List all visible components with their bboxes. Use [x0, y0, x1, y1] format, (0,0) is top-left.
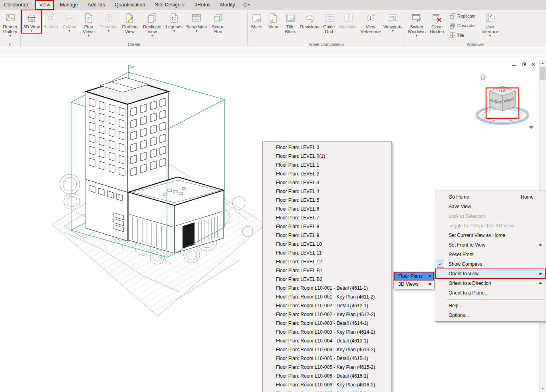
panel-create: 3D View ▼ Section Callout ▼	[21, 10, 248, 47]
context-menu-item[interactable]: ✓ Set Current View as Home ▶	[435, 231, 546, 240]
section-button[interactable]: Section	[42, 10, 60, 30]
legends-button[interactable]: Legends ▼	[164, 10, 184, 33]
floorplan-menu-item[interactable]: Floor Plan: Room L10-003 - Detail (4614-…	[263, 319, 391, 328]
floorplan-menu-item[interactable]: Floor Plan: Room L10-005 - Key Plan (461…	[263, 363, 391, 372]
floorplan-menu-item[interactable]: Floor Plan: LEVEL 0(1)	[263, 152, 391, 161]
user-interface-button[interactable]: User Interface ▼	[479, 10, 501, 38]
plan-views-icon	[83, 12, 94, 24]
elevation-button[interactable]: Elevation ▼	[99, 10, 119, 33]
viewcube-face-top[interactable]: TOP	[498, 89, 506, 93]
ribbon-tab[interactable]: Add-Ins	[83, 0, 109, 10]
context-menu-item[interactable]: ✓ Reset Front ▶	[435, 250, 546, 259]
floorplan-menu-item[interactable]: Floor Plan: LEVEL B2	[263, 275, 391, 284]
tile-button[interactable]: Tile	[448, 30, 477, 40]
sheet-button[interactable]: Sheet	[249, 10, 264, 30]
context-menu-item[interactable]: ✓ Save View ▶	[435, 202, 546, 211]
floorplan-menu-item[interactable]: Floor Plan: LEVEL 10	[263, 240, 391, 249]
guide-grid-button[interactable]: Guide Grid	[320, 10, 338, 34]
ribbon-tab[interactable]: Site Designer	[151, 0, 189, 10]
context-menu-item[interactable]: ✓ Orient to a Plane... ▶	[435, 288, 546, 298]
floorplan-menu-item[interactable]: Floor Plan: LEVEL 6	[263, 205, 391, 213]
context-menu-item[interactable]: ✓ Lock to Selection ▶	[435, 211, 546, 221]
minimize-view-icon[interactable]	[511, 61, 517, 68]
floorplan-menu-item[interactable]: Floor Plan: Room L10-001 - Detail (4611-…	[263, 284, 391, 293]
submenu-item[interactable]: Floor Plans▶	[395, 272, 433, 280]
scroll-down-icon[interactable]: ▼	[540, 385, 546, 392]
render-gallery-button[interactable]: Render Gallery ▼	[1, 10, 19, 38]
context-menu-item[interactable]: ✓ Orient to a Direction ▶	[435, 279, 546, 288]
restore-view-icon[interactable]	[520, 61, 527, 68]
floorplan-menu-item[interactable]: Floor Plan: LEVEL 7	[263, 213, 391, 222]
ribbon-tab[interactable]: Collaborate	[0, 0, 34, 10]
drafting-view-button[interactable]: Drafting View	[119, 10, 140, 34]
replicate-button[interactable]: Replicate	[448, 11, 477, 21]
floorplan-menu-item[interactable]: Floor Plan: LEVEL 1	[263, 161, 391, 169]
floorplan-menu-item[interactable]: Floor Plan: Room L10-002 - Key Plan (461…	[263, 310, 391, 319]
viewports-button[interactable]: Viewports ▼	[382, 10, 403, 33]
ribbon-tab[interactable]: View	[35, 0, 54, 10]
floorplan-menu-item[interactable]: Floor Plan: Room L10-003 - Key Plan (461…	[263, 328, 391, 336]
scrollbar-thumb[interactable]	[540, 67, 546, 80]
matchline-button[interactable]: Matchline	[338, 10, 359, 30]
drawing-area[interactable]: TOP FRONT RIGHT ▲ ▼ Floor Plan: LEVEL 0 …	[0, 56, 546, 392]
viewports-icon	[387, 12, 399, 24]
context-menu-item[interactable]: ✓ Go Home Home ▶	[435, 192, 546, 202]
sheet-icon	[251, 12, 262, 24]
title-block-button[interactable]: Title Block	[282, 10, 299, 34]
floorplan-menu-item[interactable]: Floor Plan: LEVEL 9	[263, 231, 391, 240]
context-menu-item[interactable]: ✓ Help... ▶	[435, 301, 546, 310]
close-hidden-button[interactable]: Close Hidden	[428, 10, 446, 34]
model-3d-view[interactable]	[40, 60, 280, 332]
ribbon-display-toggle[interactable]: ◯ ▾	[243, 3, 250, 7]
context-menu-item[interactable]: ✓ Orient to View ▶	[435, 269, 546, 279]
floorplan-menu-item[interactable]: Floor Plan: LEVEL B1	[263, 266, 391, 275]
ribbon-tab[interactable]: Modify	[216, 0, 239, 10]
switch-windows-icon	[411, 12, 422, 24]
switch-windows-button[interactable]: Switch Windows ▼	[406, 10, 427, 38]
plan-views-button[interactable]: Plan Views ▼	[79, 10, 98, 38]
duplicate-view-button[interactable]: Duplicate View ▼	[141, 10, 163, 38]
ribbon-tab[interactable]: Manage	[56, 0, 82, 10]
schedules-button[interactable]: Schedules ▼	[185, 10, 208, 33]
context-menu-item[interactable]: ✓ Toggle to Perspective-3D View ▶	[435, 221, 546, 231]
callout-button[interactable]: Callout ▼	[60, 10, 79, 33]
close-view-icon[interactable]	[530, 61, 536, 68]
floorplan-menu-item[interactable]: Floor Plan: Room L10-007 - Detail (4617-…	[263, 389, 391, 392]
floorplan-menu-item[interactable]: Floor Plan: LEVEL 5	[263, 196, 391, 205]
view-reference-icon: 1★	[365, 12, 376, 24]
scope-box-button[interactable]: Scope Box	[209, 10, 227, 34]
floorplan-menu-item[interactable]: Floor Plan: LEVEL 8	[263, 222, 391, 231]
floorplan-menu-item[interactable]: Floor Plan: Room L10-004 - Key Plan (461…	[263, 345, 391, 354]
floorplan-menu-item[interactable]: Floor Plan: LEVEL 11	[263, 249, 391, 257]
scroll-up-icon[interactable]: ▲	[540, 60, 546, 66]
floorplan-menu-item[interactable]: Floor Plan: Room L10-006 - Key Plan (461…	[263, 380, 391, 389]
floorplan-menu-item[interactable]: Floor Plan: Room L10-001 - Key Plan (461…	[263, 293, 391, 301]
floorplan-menu-item[interactable]: Floor Plan: Room L10-006 - Detail (4616-…	[263, 372, 391, 380]
floorplan-menu-item[interactable]: Floor Plan: LEVEL 12	[263, 257, 391, 266]
3d-view-button[interactable]: 3D View ▼	[22, 10, 41, 33]
viewcube[interactable]: TOP FRONT RIGHT	[469, 70, 540, 138]
view-reference-button[interactable]: 1★ View Reference	[359, 10, 381, 34]
context-menu-item[interactable]: ✓ Show Compass ▶	[435, 259, 546, 269]
floorplan-menu-item[interactable]: Floor Plan: LEVEL 0	[263, 143, 391, 152]
floorplan-menu-item[interactable]: Floor Plan: Room L10-004 - Detail (4613-…	[263, 336, 391, 345]
floorplan-menu-item[interactable]: Floor Plan: Room L10-005 - Detail (4615-…	[263, 354, 391, 363]
ribbon-tab[interactable]: dRofus	[191, 0, 214, 10]
context-menu-item[interactable]: ✓ Options... ▶	[435, 310, 546, 320]
floorplan-menu-item[interactable]: Floor Plan: LEVEL 2	[263, 169, 391, 178]
floorplan-menu-item[interactable]: Floor Plan: LEVEL 3	[263, 178, 391, 187]
floorplan-menu-item[interactable]: Floor Plan: Room L10-002 - Detail (4612-…	[263, 301, 391, 310]
guide-grid-icon	[324, 12, 335, 24]
section-icon	[45, 12, 56, 24]
view-button[interactable]: ★ View	[265, 10, 281, 30]
revisions-button[interactable]: ★ Revisions	[300, 10, 320, 30]
cascade-button[interactable]: Cascade	[448, 21, 477, 30]
submenu-item[interactable]: 3D Views▶	[395, 280, 433, 288]
context-menu-item[interactable]: ✓ Set Front to View ▶	[435, 240, 546, 250]
checkmark-icon: ✓	[437, 261, 444, 268]
ribbon-tab[interactable]: Quantification	[111, 0, 149, 10]
floorplan-menu-item[interactable]: Floor Plan: LEVEL 4	[263, 187, 391, 196]
cascade-icon	[449, 22, 456, 29]
context-menu-item[interactable]: ✓ ▶	[435, 298, 546, 301]
dropdown-caret-icon: ▼	[87, 34, 90, 37]
